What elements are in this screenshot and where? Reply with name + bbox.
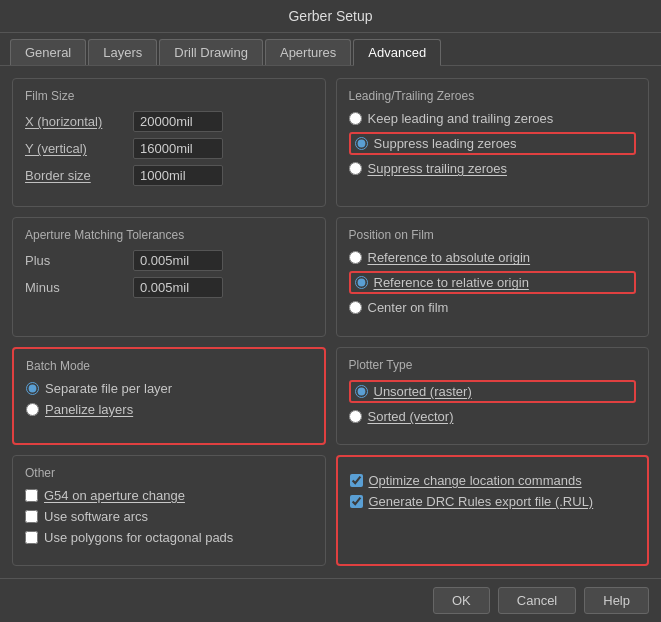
y-label: Y (vertical) (25, 141, 125, 156)
ok-button[interactable]: OK (433, 587, 490, 614)
position-film-section: Position on Film Reference to absolute o… (336, 217, 650, 336)
plus-input[interactable] (133, 250, 223, 271)
minus-row: Minus (25, 277, 313, 298)
separate-file-row: Separate file per layer (26, 381, 312, 396)
g54-label[interactable]: G54 on aperture change (44, 488, 185, 503)
border-input[interactable] (133, 165, 223, 186)
absolute-origin-row: Reference to absolute origin (349, 250, 637, 265)
generate-drc-row: Generate DRC Rules export file (.RUL) (350, 494, 636, 509)
border-label: Border size (25, 168, 125, 183)
gerber-setup-dialog: Gerber Setup General Layers Drill Drawin… (0, 0, 661, 622)
g54-row: G54 on aperture change (25, 488, 313, 503)
software-arcs-label[interactable]: Use software arcs (44, 509, 148, 524)
suppress-trailing-label[interactable]: Suppress trailing zeroes (368, 161, 507, 176)
suppress-trailing-row: Suppress trailing zeroes (349, 161, 637, 176)
suppress-trailing-radio[interactable] (349, 162, 362, 175)
generate-drc-checkbox[interactable] (350, 495, 363, 508)
position-film-title: Position on Film (349, 228, 637, 242)
keep-zeroes-label[interactable]: Keep leading and trailing zeroes (368, 111, 554, 126)
film-size-section: Film Size X (horizontal) Y (vertical) Bo… (12, 78, 326, 207)
batch-mode-section: Batch Mode Separate file per layer Panel… (12, 347, 326, 445)
generate-drc-label[interactable]: Generate DRC Rules export file (.RUL) (369, 494, 594, 509)
separate-file-radio[interactable] (26, 382, 39, 395)
suppress-leading-label[interactable]: Suppress leading zeroes (374, 136, 517, 151)
software-arcs-row: Use software arcs (25, 509, 313, 524)
x-input[interactable] (133, 111, 223, 132)
suppress-leading-row: Suppress leading zeroes (349, 132, 637, 155)
separate-file-label[interactable]: Separate file per layer (45, 381, 172, 396)
y-input[interactable] (133, 138, 223, 159)
tab-bar: General Layers Drill Drawing Apertures A… (0, 33, 661, 66)
center-film-label[interactable]: Center on film (368, 300, 449, 315)
panelize-layers-label[interactable]: Panelize layers (45, 402, 133, 417)
panelize-layers-row: Panelize layers (26, 402, 312, 417)
sorted-row: Sorted (vector) (349, 409, 637, 424)
film-size-title: Film Size (25, 89, 313, 103)
absolute-origin-radio[interactable] (349, 251, 362, 264)
unsorted-row: Unsorted (raster) (349, 380, 637, 403)
cancel-button[interactable]: Cancel (498, 587, 576, 614)
keep-zeroes-row: Keep leading and trailing zeroes (349, 111, 637, 126)
button-row: OK Cancel Help (0, 578, 661, 622)
y-vertical-row: Y (vertical) (25, 138, 313, 159)
absolute-origin-label[interactable]: Reference to absolute origin (368, 250, 531, 265)
aperture-tolerances-section: Aperture Matching Tolerances Plus Minus (12, 217, 326, 336)
x-horizontal-row: X (horizontal) (25, 111, 313, 132)
tab-apertures[interactable]: Apertures (265, 39, 351, 65)
relative-origin-radio[interactable] (355, 276, 368, 289)
sorted-label[interactable]: Sorted (vector) (368, 409, 454, 424)
plus-row: Plus (25, 250, 313, 271)
g54-checkbox[interactable] (25, 489, 38, 502)
sorted-radio[interactable] (349, 410, 362, 423)
center-film-radio[interactable] (349, 301, 362, 314)
keep-zeroes-radio[interactable] (349, 112, 362, 125)
relative-origin-row: Reference to relative origin (349, 271, 637, 294)
leading-trailing-title: Leading/Trailing Zeroes (349, 89, 637, 103)
plotter-type-section: Plotter Type Unsorted (raster) Sorted (v… (336, 347, 650, 445)
aperture-tolerances-title: Aperture Matching Tolerances (25, 228, 313, 242)
unsorted-radio[interactable] (355, 385, 368, 398)
tab-advanced[interactable]: Advanced (353, 39, 441, 66)
relative-origin-label[interactable]: Reference to relative origin (374, 275, 529, 290)
suppress-leading-radio[interactable] (355, 137, 368, 150)
other-title: Other (25, 466, 313, 480)
tab-general[interactable]: General (10, 39, 86, 65)
polygons-checkbox[interactable] (25, 531, 38, 544)
panelize-layers-radio[interactable] (26, 403, 39, 416)
optimize-section: Optimize change location commands Genera… (336, 455, 650, 566)
software-arcs-checkbox[interactable] (25, 510, 38, 523)
main-content: Film Size X (horizontal) Y (vertical) Bo… (0, 66, 661, 578)
border-size-row: Border size (25, 165, 313, 186)
tab-layers[interactable]: Layers (88, 39, 157, 65)
plotter-type-title: Plotter Type (349, 358, 637, 372)
dialog-title: Gerber Setup (0, 0, 661, 33)
optimize-location-row: Optimize change location commands (350, 473, 636, 488)
tab-drill-drawing[interactable]: Drill Drawing (159, 39, 263, 65)
batch-mode-title: Batch Mode (26, 359, 312, 373)
plus-label: Plus (25, 253, 125, 268)
help-button[interactable]: Help (584, 587, 649, 614)
optimize-location-label[interactable]: Optimize change location commands (369, 473, 582, 488)
x-label: X (horizontal) (25, 114, 125, 129)
unsorted-label[interactable]: Unsorted (raster) (374, 384, 472, 399)
optimize-location-checkbox[interactable] (350, 474, 363, 487)
minus-label: Minus (25, 280, 125, 295)
polygons-label[interactable]: Use polygons for octagonal pads (44, 530, 233, 545)
minus-input[interactable] (133, 277, 223, 298)
other-section: Other G54 on aperture change Use softwar… (12, 455, 326, 566)
leading-trailing-section: Leading/Trailing Zeroes Keep leading and… (336, 78, 650, 207)
polygons-row: Use polygons for octagonal pads (25, 530, 313, 545)
center-film-row: Center on film (349, 300, 637, 315)
